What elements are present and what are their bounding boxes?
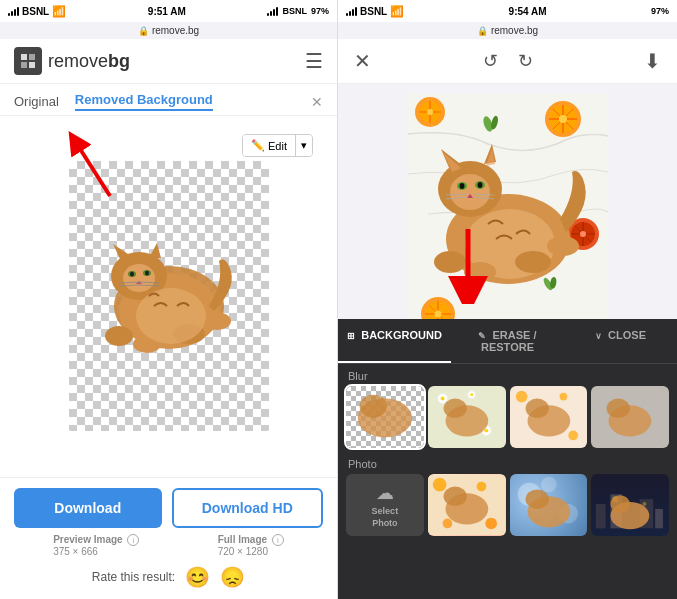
bottom-panel: ⊞ BACKGROUND ✎ ERASE / RESTORE ∨ CLOSE B… bbox=[338, 319, 677, 599]
tab-close-button[interactable]: ✕ bbox=[311, 94, 323, 110]
svg-point-103 bbox=[485, 518, 497, 530]
blur-thumb-3[interactable] bbox=[510, 386, 588, 448]
tab-close-label: CLOSE bbox=[608, 329, 646, 341]
tab-bar: Original Removed Background ✕ bbox=[0, 84, 337, 116]
url-right: remove.bg bbox=[491, 25, 538, 36]
blur-thumb-4[interactable] bbox=[591, 386, 669, 448]
rate-label: Rate this result: bbox=[92, 570, 175, 584]
rate-row: Rate this result: 😊 😞 bbox=[14, 565, 323, 589]
svg-point-107 bbox=[443, 487, 466, 506]
logo-icon bbox=[14, 47, 42, 75]
editor-download-button[interactable]: ⬇ bbox=[642, 47, 663, 75]
lock-icon-right: 🔒 bbox=[477, 26, 488, 36]
blur-grid bbox=[338, 386, 677, 448]
svg-point-69 bbox=[459, 183, 464, 189]
photo-grid: ☁ Select Photo bbox=[338, 474, 677, 536]
photo-section-label: Photo bbox=[338, 452, 677, 474]
select-photo-button[interactable]: ☁ Select Photo bbox=[346, 474, 424, 536]
tab-close-bottom[interactable]: ∨ CLOSE bbox=[564, 319, 677, 363]
svg-point-50 bbox=[434, 311, 441, 318]
svg-point-11 bbox=[130, 272, 134, 277]
photo-thumb-3[interactable] bbox=[591, 474, 669, 536]
svg-point-89 bbox=[484, 429, 488, 433]
battery-right: 97% bbox=[651, 6, 669, 16]
chevron-icon: ∨ bbox=[595, 331, 602, 341]
full-size: 720 × 1280 bbox=[218, 546, 268, 557]
tab-erase-restore[interactable]: ✎ ERASE / RESTORE bbox=[451, 319, 564, 363]
bottom-tab-bar: ⊞ BACKGROUND ✎ ERASE / RESTORE ∨ CLOSE bbox=[338, 319, 677, 364]
address-bar-right[interactable]: 🔒 remove.bg bbox=[338, 22, 677, 39]
svg-point-33 bbox=[559, 115, 567, 123]
tab-original[interactable]: Original bbox=[14, 94, 59, 109]
svg-point-93 bbox=[443, 399, 466, 418]
signal-icon-right bbox=[267, 6, 278, 16]
svg-point-67 bbox=[450, 174, 490, 210]
edit-btn-main[interactable]: ✏️ Edit bbox=[243, 135, 296, 156]
svg-rect-3 bbox=[29, 62, 35, 68]
cat-svg bbox=[89, 206, 249, 386]
undo-button[interactable]: ↺ bbox=[481, 48, 500, 74]
url-left: remove.bg bbox=[152, 25, 199, 36]
photo-thumb-1[interactable] bbox=[428, 474, 506, 536]
layers-icon: ⊞ bbox=[347, 331, 355, 341]
image-area-left: ✏️ Edit ▾ bbox=[0, 116, 337, 477]
preview-info: Preview Image i 375 × 666 bbox=[53, 534, 139, 558]
svg-point-71 bbox=[477, 182, 482, 188]
svg-point-80 bbox=[515, 251, 551, 273]
svg-point-105 bbox=[442, 519, 452, 529]
svg-point-38 bbox=[427, 109, 433, 115]
svg-rect-1 bbox=[29, 54, 35, 60]
svg-point-13 bbox=[145, 271, 149, 276]
edit-btn-label: Edit bbox=[268, 140, 287, 152]
svg-point-9 bbox=[123, 264, 155, 292]
redo-button[interactable]: ↻ bbox=[516, 48, 535, 74]
svg-point-98 bbox=[525, 399, 548, 418]
happy-emoji[interactable]: 😊 bbox=[185, 565, 210, 589]
editor-tools: ↺ ↻ bbox=[481, 48, 535, 74]
download-button[interactable]: Download bbox=[14, 488, 162, 528]
blur-section-label: Blur bbox=[338, 364, 677, 386]
edit-button[interactable]: ✏️ Edit ▾ bbox=[242, 134, 313, 157]
upload-icon: ☁ bbox=[376, 482, 394, 504]
download-hd-button[interactable]: Download HD bbox=[172, 488, 324, 528]
time-right: 9:54 AM bbox=[509, 6, 547, 17]
svg-point-110 bbox=[541, 477, 557, 493]
full-info: Full Image i 720 × 1280 bbox=[218, 534, 284, 558]
signal-icon bbox=[8, 6, 19, 16]
carrier-right2: BSNL bbox=[360, 6, 387, 17]
preview-label: Preview Image bbox=[53, 534, 122, 545]
blur-thumb-1[interactable] bbox=[346, 386, 424, 448]
svg-point-100 bbox=[607, 399, 630, 418]
svg-point-91 bbox=[470, 393, 473, 396]
preview-info-icon: i bbox=[127, 534, 139, 546]
svg-point-104 bbox=[476, 482, 486, 492]
select-photo-label2: Photo bbox=[372, 518, 398, 528]
address-bar-left[interactable]: 🔒 remove.bg bbox=[0, 22, 337, 39]
status-bar-right: BSNL 📶 9:54 AM 97% bbox=[338, 0, 677, 22]
editor-close-button[interactable]: ✕ bbox=[352, 47, 373, 75]
tab-background[interactable]: ⊞ BACKGROUND bbox=[338, 319, 451, 363]
svg-rect-2 bbox=[21, 62, 27, 68]
svg-point-87 bbox=[440, 397, 444, 401]
svg-point-96 bbox=[559, 393, 567, 401]
right-panel: BSNL 📶 9:54 AM 97% 🔒 remove.bg ✕ ↺ ↻ ⬇ bbox=[338, 0, 677, 599]
sad-emoji[interactable]: 😞 bbox=[220, 565, 245, 589]
info-row: Preview Image i 375 × 666 Full Image i 7… bbox=[14, 534, 323, 558]
blur-thumb-2[interactable] bbox=[428, 386, 506, 448]
time-display: 9:51 AM bbox=[148, 6, 186, 17]
tab-removed-background[interactable]: Removed Background bbox=[75, 92, 213, 111]
svg-rect-116 bbox=[655, 509, 663, 528]
battery-display: 97% bbox=[311, 6, 329, 16]
svg-point-19 bbox=[105, 326, 133, 346]
carrier-right: BSNL bbox=[282, 6, 307, 16]
signal-icon-right2 bbox=[346, 6, 357, 16]
status-left-right: BSNL 📶 bbox=[346, 5, 404, 18]
edit-btn-chevron[interactable]: ▾ bbox=[296, 135, 312, 156]
svg-point-81 bbox=[547, 236, 579, 256]
photo-thumb-2[interactable] bbox=[510, 474, 588, 536]
svg-point-85 bbox=[360, 395, 387, 418]
svg-point-22 bbox=[203, 312, 231, 330]
lock-icon: 🔒 bbox=[138, 26, 149, 36]
svg-marker-8 bbox=[149, 243, 161, 258]
hamburger-menu[interactable]: ☰ bbox=[305, 49, 323, 73]
